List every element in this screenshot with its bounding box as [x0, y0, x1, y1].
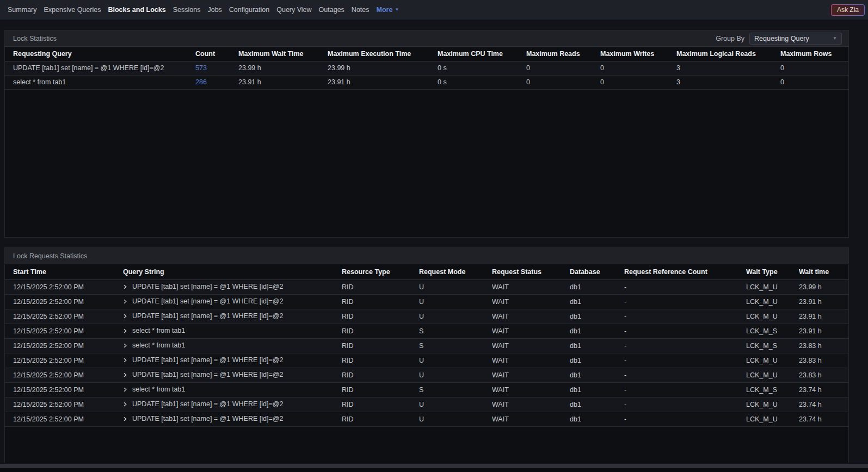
column-header-max-rows[interactable]: Maximum Rows [780, 47, 848, 61]
cell-request-reference-count: - [624, 309, 746, 324]
nav-item-query-view[interactable]: Query View [276, 6, 311, 14]
cell-resource-type: RID [342, 324, 419, 338]
ask-zia-button[interactable]: Ask Zia [831, 4, 865, 16]
cell-query-string: UPDATE [tab1] set [name] = @1 WHERE [id]… [123, 353, 342, 368]
nav-item-summary[interactable]: Summary [8, 6, 36, 14]
column-header-max-cpu-time[interactable]: Maximum CPU Time [438, 47, 526, 61]
expand-chevron-icon[interactable] [123, 386, 127, 394]
group-by-select[interactable]: Requesting Query ▼ [749, 33, 842, 45]
cell-wait-type: LCK_M_U [746, 412, 799, 426]
panel-title: Lock Requests Statistics [13, 252, 87, 260]
lock-stats-row: select * from tab1 286 23.91 h 23.91 h 0… [5, 75, 848, 89]
lock-statistics-table: Requesting Query Count Maximum Wait Time… [5, 47, 848, 90]
cell-max-rows: 0 [780, 75, 848, 89]
chevron-down-icon: ▼ [395, 8, 399, 12]
nav-item-outages[interactable]: Outages [319, 6, 344, 14]
cell-request-status: WAIT [492, 324, 570, 338]
column-header-max-reads[interactable]: Maximum Reads [526, 47, 600, 61]
cell-query-string: select * from tab1 [123, 338, 342, 353]
cell-resource-type: RID [342, 412, 419, 426]
cell-request-status: WAIT [492, 338, 570, 353]
cell-request-reference-count: - [624, 280, 746, 294]
column-header-requesting-query[interactable]: Requesting Query [5, 47, 195, 61]
column-header-query-string[interactable]: Query String [123, 264, 342, 280]
cell-max-reads: 0 [526, 75, 600, 89]
table-header-row: Requesting Query Count Maximum Wait Time… [5, 47, 848, 61]
cell-request-mode: U [419, 309, 492, 324]
column-header-max-wait-time[interactable]: Maximum Wait Time [238, 47, 328, 61]
cell-resource-type: RID [342, 309, 419, 324]
cell-start-time: 12/15/2025 2:52:00 PM [5, 397, 123, 412]
expand-chevron-icon[interactable] [123, 327, 127, 335]
cell-start-time: 12/15/2025 2:52:00 PM [5, 309, 123, 324]
lock-request-row: 12/15/2025 2:52:00 PM UPDATE [tab1] set … [5, 294, 848, 309]
cell-wait-time: 23.99 h [799, 280, 848, 294]
nav-item-more[interactable]: More ▼ [377, 6, 399, 14]
column-header-request-mode[interactable]: Request Mode [419, 264, 492, 280]
cell-database: db1 [570, 338, 624, 353]
nav-item-sessions[interactable]: Sessions [173, 6, 201, 14]
top-nav: Summary Expensive Queries Blocks and Loc… [0, 0, 868, 20]
expand-chevron-icon[interactable] [123, 283, 127, 291]
group-by-value: Requesting Query [754, 35, 809, 42]
cell-requesting-query: UPDATE [tab1] set [name] = @1 WHERE [id]… [5, 61, 195, 75]
expand-chevron-icon[interactable] [123, 298, 127, 306]
nav-item-blocks-and-locks[interactable]: Blocks and Locks [108, 6, 165, 14]
column-header-max-writes[interactable]: Maximum Writes [600, 47, 676, 61]
cell-wait-type: LCK_M_U [746, 368, 799, 382]
nav-item-configuration[interactable]: Configuration [229, 6, 269, 14]
cell-request-status: WAIT [492, 412, 570, 426]
cell-max-writes: 0 [600, 75, 676, 89]
lock-statistics-header: Lock Statistics Group By Requesting Quer… [5, 30, 848, 47]
nav-item-jobs[interactable]: Jobs [207, 6, 221, 14]
column-header-request-status[interactable]: Request Status [492, 264, 570, 280]
cell-max-cpu-time: 0 s [438, 75, 526, 89]
cell-request-mode: U [419, 397, 492, 412]
column-header-database[interactable]: Database [570, 264, 624, 280]
cell-resource-type: RID [342, 294, 419, 309]
expand-chevron-icon[interactable] [123, 357, 127, 364]
expand-chevron-icon[interactable] [123, 415, 127, 423]
horizontal-scrollbar[interactable] [0, 464, 868, 468]
count-link[interactable]: 286 [195, 78, 207, 86]
nav-item-notes[interactable]: Notes [352, 6, 370, 14]
lock-stats-row: UPDATE [tab1] set [name] = @1 WHERE [id]… [5, 61, 848, 75]
cell-wait-type: LCK_M_S [746, 324, 799, 338]
cell-request-mode: U [419, 368, 492, 382]
cell-request-status: WAIT [492, 397, 570, 412]
column-header-wait-time[interactable]: Wait time [799, 264, 848, 280]
cell-resource-type: RID [342, 382, 419, 397]
cell-wait-type: LCK_M_U [746, 397, 799, 412]
cell-wait-time: 23.74 h [799, 397, 848, 412]
cell-request-status: WAIT [492, 309, 570, 324]
cell-request-reference-count: - [624, 397, 746, 412]
cell-resource-type: RID [342, 368, 419, 382]
column-header-max-execution-time[interactable]: Maximum Execution Time [328, 47, 438, 61]
cell-request-reference-count: - [624, 353, 746, 368]
cell-start-time: 12/15/2025 2:52:00 PM [5, 412, 123, 426]
cell-max-logical-reads: 3 [676, 61, 780, 75]
nav-item-expensive-queries[interactable]: Expensive Queries [44, 6, 101, 14]
column-header-resource-type[interactable]: Resource Type [342, 264, 419, 280]
count-link[interactable]: 573 [195, 64, 207, 72]
cell-wait-type: LCK_M_U [746, 280, 799, 294]
table-header-row: Start Time Query String Resource Type Re… [5, 264, 848, 280]
query-string-text: UPDATE [tab1] set [name] = @1 WHERE [id]… [132, 415, 283, 423]
expand-chevron-icon[interactable] [123, 342, 127, 350]
column-header-wait-type[interactable]: Wait Type [746, 264, 799, 280]
query-string-text: select * from tab1 [132, 341, 185, 349]
panel-title: Lock Statistics [13, 35, 57, 42]
cell-wait-type: LCK_M_U [746, 309, 799, 324]
cell-wait-time: 23.83 h [799, 368, 848, 382]
expand-chevron-icon[interactable] [123, 371, 127, 379]
column-header-max-logical-reads[interactable]: Maximum Logical Reads [676, 47, 780, 61]
cell-max-execution-time: 23.91 h [328, 75, 438, 89]
expand-chevron-icon[interactable] [123, 313, 127, 320]
column-header-request-reference-count[interactable]: Request Reference Count [624, 264, 746, 280]
column-header-count[interactable]: Count [195, 47, 238, 61]
cell-query-string: UPDATE [tab1] set [name] = @1 WHERE [id]… [123, 368, 342, 382]
cell-max-logical-reads: 3 [676, 75, 780, 89]
expand-chevron-icon[interactable] [123, 401, 127, 408]
column-header-start-time[interactable]: Start Time [5, 264, 123, 280]
lock-request-row: 12/15/2025 2:52:00 PM UPDATE [tab1] set … [5, 412, 848, 426]
